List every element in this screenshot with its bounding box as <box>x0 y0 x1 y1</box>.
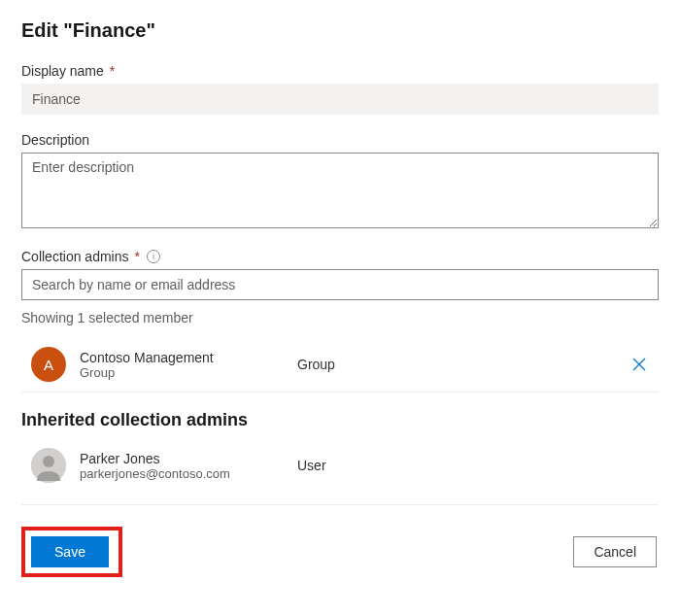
required-indicator: * <box>135 249 140 264</box>
save-button[interactable]: Save <box>31 536 109 567</box>
inherited-admins-heading: Inherited collection admins <box>21 410 659 430</box>
footer: Save Cancel <box>21 523 659 577</box>
display-name-input[interactable] <box>21 84 659 115</box>
description-textarea[interactable] <box>21 153 659 228</box>
display-name-label: Display name* <box>21 63 659 79</box>
avatar: A <box>31 347 66 382</box>
person-icon <box>31 448 66 483</box>
page-title: Edit "Finance" <box>21 19 659 42</box>
member-subtext: Group <box>80 365 274 380</box>
member-name: Contoso Management <box>80 350 274 365</box>
collection-admins-search-input[interactable] <box>21 269 659 300</box>
list-item: A Contoso Management Group Group <box>21 337 659 393</box>
description-field: Description <box>21 132 659 231</box>
avatar <box>31 448 66 483</box>
svg-point-3 <box>43 456 54 467</box>
close-icon <box>632 358 646 371</box>
member-type: Group <box>288 357 610 372</box>
member-type: User <box>288 458 655 473</box>
selected-count-text: Showing 1 selected member <box>21 310 659 325</box>
remove-member-button[interactable] <box>624 349 655 380</box>
member-subtext: parkerjones@contoso.com <box>80 466 274 481</box>
required-indicator: * <box>110 63 115 79</box>
info-icon[interactable]: i <box>147 250 160 263</box>
list-item: Parker Jones parkerjones@contoso.com Use… <box>21 438 659 493</box>
save-highlight: Save <box>21 527 122 577</box>
display-name-field: Display name* <box>21 63 659 115</box>
member-name: Parker Jones <box>80 451 274 466</box>
cancel-button[interactable]: Cancel <box>573 536 657 567</box>
collection-admins-field: Collection admins* i Showing 1 selected … <box>21 249 659 393</box>
description-label: Description <box>21 132 659 148</box>
collection-admins-label: Collection admins* i <box>21 249 659 264</box>
